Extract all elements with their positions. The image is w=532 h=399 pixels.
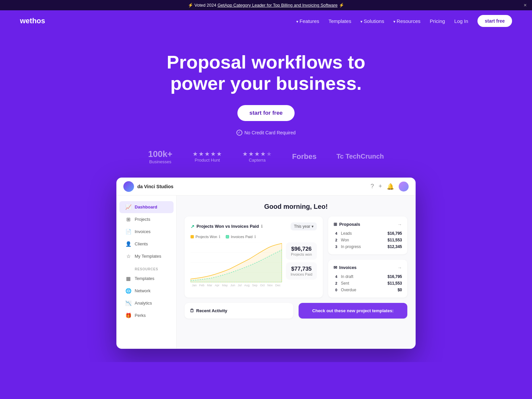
sidebar-item-analytics[interactable]: 📉 Analytics <box>119 297 174 309</box>
sidebar-clients-label: Clients <box>135 241 148 246</box>
leads-amount: $16,795 <box>388 231 402 236</box>
sp-businesses: 100k+ Businesses <box>148 149 173 164</box>
invoices-envelope-icon: ✉ <box>333 265 337 270</box>
nav-logo[interactable]: wethos <box>20 17 45 25</box>
chevron-down-icon: ▾ <box>312 224 314 229</box>
resources-section-label: RESOURCES <box>117 263 176 272</box>
clients-icon: 👤 <box>125 241 131 247</box>
year-select[interactable]: This year ▾ <box>291 222 317 230</box>
sp-forbes: Forbes <box>292 152 317 161</box>
right-cards: ⊞ Proposals → 4Leads $16,795 <box>328 216 407 298</box>
chart-card-header: ↗ Projects Won vs Invoices Paid ℹ This y… <box>191 222 317 230</box>
navbar: wethos Features Templates Solutions Reso… <box>0 10 532 32</box>
year-select-value: This year <box>294 224 310 229</box>
proposals-title-text: Proposals <box>339 222 360 227</box>
legend-dot-yellow <box>191 235 194 238</box>
app-bar: da Vinci Studios ? + 🔔 <box>117 178 415 196</box>
overdue-status: Overdue <box>341 288 356 292</box>
chart-area <box>191 242 282 282</box>
help-icon[interactable]: ? <box>370 183 374 190</box>
analytics-icon: 📉 <box>125 300 131 306</box>
chart-and-stats: JanFebMarApr MayJunJulAug SepOctNovDec $… <box>191 242 317 287</box>
won-count: 2 <box>333 238 339 242</box>
nav-solutions[interactable]: Solutions <box>360 18 384 24</box>
nav-resources[interactable]: Resources <box>393 18 420 24</box>
proposals-arrow-icon[interactable]: → <box>397 222 402 227</box>
banner-link[interactable]: GetApp Category Leader for Top Billing a… <box>217 3 337 8</box>
proposals-row-won: 2Won $11,553 <box>333 238 402 242</box>
dashboard-icon: 📈 <box>125 204 131 210</box>
chart-x-labels: JanFebMarApr MayJunJulAug SepOctNovDec <box>191 284 282 287</box>
legend-dot-green <box>226 235 229 238</box>
nav-links: Features Templates Solutions Resources P… <box>296 15 512 27</box>
won-amount: $11,553 <box>388 238 402 242</box>
sidebar-item-network[interactable]: 🌐 Network <box>119 285 174 297</box>
sidebar-item-dashboard[interactable]: 📈 Dashboard <box>119 201 174 213</box>
proposals-rows: 4Leads $16,795 2Won $11,553 3In progress… <box>333 231 402 249</box>
hero-headline: Proposal workflows to power your busines… <box>150 52 382 94</box>
recent-activity-title: 🗒 Recent Activity <box>190 308 288 313</box>
sp-techcrunch: Tc TechCrunch <box>336 153 384 160</box>
nav-login[interactable]: Log In <box>454 18 468 24</box>
invoices-title: ✉ Invoices <box>333 265 356 270</box>
sidebar-item-templates[interactable]: ▦ Templates <box>119 273 174 285</box>
sidebar-item-clients[interactable]: 👤 Clients <box>119 238 174 250</box>
proposals-grid-icon: ⊞ <box>333 222 337 227</box>
legend-info-icon: ℹ <box>219 234 220 239</box>
chart-stats: $96,726 Projects won $77,735 Invoices Pa… <box>286 242 317 287</box>
indraft-status: In draft <box>341 274 353 279</box>
sidebar-item-projects[interactable]: ⊞ Projects <box>119 213 174 225</box>
sidebar-item-invoices[interactable]: 📄 Invoices <box>119 226 174 238</box>
sp-forbes-brand: Forbes <box>292 152 317 161</box>
banner-text-pre: ⚡ Voted 2024 <box>188 3 217 8</box>
invoices-icon: 📄 <box>125 229 131 235</box>
invoices-rows: 4In draft $16,795 2Sent $11,553 0Overdue… <box>333 274 402 292</box>
main-content: Good morning, Leo! ↗ Projects Won vs Inv… <box>177 196 415 348</box>
proposals-title: ⊞ Proposals <box>333 222 360 227</box>
stat-projects-won-value: $96,726 <box>291 246 312 252</box>
sidebar-item-perks[interactable]: 🎁 Perks <box>119 310 174 322</box>
inprogress-status: In progress <box>341 244 361 249</box>
chart-svg-wrap: JanFebMarApr MayJunJulAug SepOctNovDec <box>191 242 282 287</box>
nav-pricing[interactable]: Pricing <box>430 18 445 24</box>
projects-icon: ⊞ <box>125 216 131 222</box>
banner-text-post: ⚡ <box>337 3 344 8</box>
hero-section: Proposal workflows to power your busines… <box>0 32 532 362</box>
sidebar-item-my-templates[interactable]: ☆ My Templates <box>119 250 174 262</box>
hero-cta-button[interactable]: start for free <box>237 105 295 121</box>
legend-projects-won: Projects Won ℹ <box>191 234 220 239</box>
bell-icon[interactable]: 🔔 <box>387 183 394 190</box>
sent-status: Sent <box>341 281 349 286</box>
sp-producthunt-stars: ★★★★★ <box>193 150 222 158</box>
legend-info-icon-2: ℹ <box>254 234 256 239</box>
overdue-amount: $0 <box>398 288 402 292</box>
top-banner: ⚡ Voted 2024 GetApp Category Leader for … <box>0 0 532 10</box>
stat-invoices-paid: $77,735 Invoices Paid <box>286 262 317 280</box>
trend-icon: ↗ <box>191 224 195 229</box>
stat-projects-won-label: Projects won <box>291 252 312 256</box>
add-icon[interactable]: + <box>378 183 382 190</box>
sent-count: 2 <box>333 281 339 285</box>
chart-info-icon: ℹ <box>261 224 263 229</box>
indraft-count: 4 <box>333 275 339 279</box>
avatar[interactable] <box>399 182 409 192</box>
chart-legend: Projects Won ℹ Invoices Paid ℹ <box>191 234 317 239</box>
templates-icon: ▦ <box>125 276 131 282</box>
recent-activity-icon: 🗒 <box>190 308 194 313</box>
chart-card: ↗ Projects Won vs Invoices Paid ℹ This y… <box>185 216 323 298</box>
banner-close-icon[interactable]: × <box>524 2 527 8</box>
invoices-arrow-icon[interactable]: → <box>397 265 402 270</box>
nav-start-free-button[interactable]: start free <box>477 15 512 27</box>
template-promo-text: Check out these new project templates: <box>312 308 394 313</box>
network-icon: 🌐 <box>125 288 131 294</box>
nav-templates[interactable]: Templates <box>329 18 351 24</box>
invoices-title-text: Invoices <box>339 265 356 270</box>
invoices-card-header: ✉ Invoices → <box>333 265 402 270</box>
inprogress-amount: $12,345 <box>388 244 402 249</box>
nav-features[interactable]: Features <box>296 18 319 24</box>
proposals-row-leads: 4Leads $16,795 <box>333 231 402 236</box>
legend-projects-won-label: Projects Won <box>196 235 217 239</box>
stat-invoices-paid-label: Invoices Paid <box>291 272 312 276</box>
chart-title: ↗ Projects Won vs Invoices Paid ℹ <box>191 224 263 229</box>
sp-businesses-label: Businesses <box>148 159 173 164</box>
